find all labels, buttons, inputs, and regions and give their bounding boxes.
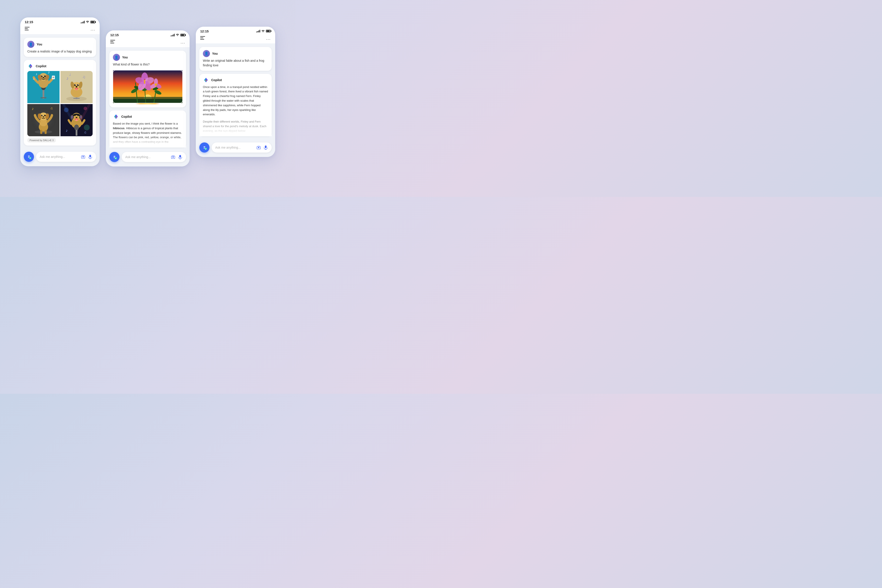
- svg-point-115: [144, 79, 145, 80]
- svg-text:♫: ♫: [84, 130, 86, 134]
- user-name-right: You: [212, 52, 218, 56]
- svg-text:♪: ♪: [66, 76, 69, 81]
- app-bar-left: ...: [20, 25, 100, 34]
- copilot-logo-left: [27, 63, 33, 69]
- svg-text:♪: ♪: [36, 72, 37, 76]
- input-placeholder-center: Ask me anything...: [125, 155, 151, 159]
- user-text-left: Create a realistic image of a happy dog …: [27, 49, 93, 54]
- copilot-header-center: Copilot: [113, 114, 183, 120]
- input-icons-center: [171, 154, 183, 159]
- copilot-message-left: Copilot: [24, 60, 96, 146]
- camera-icon-right[interactable]: [256, 145, 261, 150]
- menu-icon-left[interactable]: [25, 27, 30, 32]
- user-text-right: Write an original fable about a fish and…: [203, 58, 268, 68]
- dog-image-3: ♪ ♫: [27, 104, 60, 136]
- chat-content-center: 👤 You What kind of flower is this?: [106, 47, 190, 149]
- svg-point-16: [42, 77, 44, 78]
- user-text-center: What kind of flower is this?: [113, 62, 183, 67]
- phone-center: 12:15 ...: [106, 30, 190, 166]
- menu-icon-center[interactable]: [110, 40, 115, 45]
- svg-text:♫: ♫: [33, 77, 35, 81]
- signal-icon-right: [256, 30, 260, 32]
- copilot-fab-left[interactable]: [24, 152, 34, 162]
- svg-point-36: [78, 84, 78, 85]
- phone-right: 12:15 ...: [196, 27, 275, 157]
- powered-badge: Powered by DALL•E 3: [27, 138, 56, 142]
- svg-point-82: [29, 157, 31, 159]
- phone-left: 12:15 ...: [20, 17, 100, 166]
- svg-point-134: [205, 148, 207, 150]
- svg-point-34: [77, 84, 79, 86]
- svg-text:♩: ♩: [69, 72, 71, 76]
- input-field-left[interactable]: Ask me anything...: [36, 152, 96, 162]
- status-icons-right: [256, 30, 271, 33]
- chat-content-left: 👤 You Create a realistic image of a happ…: [20, 34, 100, 149]
- svg-point-14: [44, 76, 46, 77]
- svg-point-117: [145, 80, 146, 81]
- copilot-message-center: Copilot Based on the image you sent, I t…: [110, 111, 186, 147]
- status-time-left: 12:15: [25, 20, 33, 24]
- svg-point-35: [75, 84, 76, 85]
- status-time-right: 12:15: [200, 29, 208, 33]
- copilot-fab-center[interactable]: [110, 152, 120, 162]
- svg-point-56: [44, 115, 46, 116]
- camera-icon-center[interactable]: [171, 154, 176, 159]
- user-name-center: You: [122, 56, 128, 59]
- copilot-text-right-p1: Once upon a time, in a tranquil pond nes…: [203, 85, 268, 117]
- svg-rect-135: [265, 146, 267, 148]
- svg-point-125: [115, 157, 117, 159]
- svg-text:♪: ♪: [66, 128, 68, 133]
- status-bar-right: 12:15: [196, 27, 275, 34]
- mic-icon-right[interactable]: [263, 145, 268, 150]
- mic-icon-left[interactable]: [88, 154, 93, 159]
- svg-rect-76: [76, 130, 77, 136]
- more-icon-center[interactable]: ...: [181, 40, 185, 45]
- camera-icon-left[interactable]: [81, 154, 86, 159]
- svg-point-116: [144, 80, 144, 81]
- svg-point-15: [42, 76, 42, 76]
- svg-text:♫: ♫: [50, 106, 53, 110]
- more-icon-right[interactable]: ...: [266, 36, 271, 41]
- svg-rect-126: [179, 155, 181, 158]
- input-bar-right: Ask me anything...: [196, 140, 275, 157]
- copilot-fab-right[interactable]: [200, 142, 210, 153]
- input-placeholder-right: Ask me anything...: [215, 146, 241, 149]
- user-header-left: 👤 You: [27, 41, 93, 48]
- input-field-center[interactable]: Ask me anything...: [122, 152, 186, 162]
- phone-shell-left: 12:15 ...: [20, 17, 100, 166]
- status-icons-center: [171, 33, 185, 37]
- avatar-left: 👤: [27, 41, 34, 48]
- menu-icon-right[interactable]: [200, 36, 205, 41]
- copilot-header-right: Copilot: [203, 77, 268, 83]
- input-field-right[interactable]: Ask me anything...: [212, 142, 272, 153]
- svg-rect-86: [110, 40, 115, 40]
- svg-point-55: [41, 115, 43, 116]
- status-time-center: 12:15: [110, 33, 118, 37]
- svg-text:♫: ♫: [82, 75, 86, 79]
- status-bar-left: 12:15: [20, 17, 100, 25]
- battery-icon-left: [90, 21, 95, 23]
- svg-rect-0: [25, 27, 30, 27]
- input-bar-left: Ask me anything...: [20, 149, 100, 166]
- phone-shell-right: 12:15 ...: [196, 27, 275, 157]
- svg-point-121: [155, 83, 157, 86]
- input-placeholder-left: Ask me anything...: [40, 155, 65, 159]
- svg-point-73: [76, 117, 77, 118]
- wifi-icon-center: [176, 33, 179, 37]
- user-header-center: 👤 You: [113, 54, 183, 61]
- mic-icon-center[interactable]: [178, 154, 183, 159]
- svg-text:♪: ♪: [48, 71, 50, 74]
- copilot-header-left: Copilot: [27, 63, 93, 69]
- signal-icon-center: [171, 34, 175, 36]
- avatar-center: 👤: [113, 54, 120, 61]
- dog-image-4: ♪ ♫: [60, 104, 93, 136]
- more-icon-left[interactable]: ...: [91, 27, 95, 32]
- app-bar-center: ...: [106, 38, 190, 47]
- input-icons-left: [81, 154, 93, 159]
- user-header-right: 👤 You: [203, 50, 268, 57]
- copilot-name-left: Copilot: [36, 64, 46, 68]
- svg-point-74: [75, 119, 78, 121]
- battery-icon-center: [180, 34, 185, 36]
- input-bar-center: Ask me anything...: [106, 149, 190, 166]
- dog-image-2: ♪ ♫ ♩: [60, 71, 93, 103]
